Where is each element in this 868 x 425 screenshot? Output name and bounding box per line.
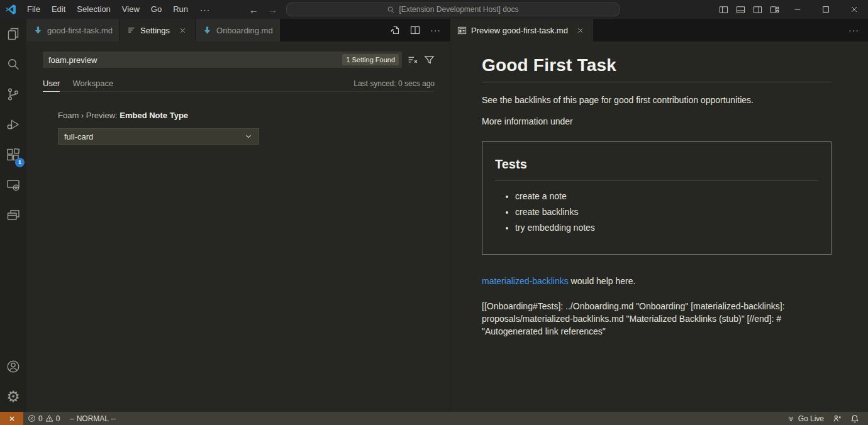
remote-icon <box>8 414 16 423</box>
search-button[interactable] <box>0 49 26 79</box>
navigate-back-icon[interactable]: ← <box>249 0 259 19</box>
search-icon <box>387 6 395 14</box>
status-bar: 0 0 -- NORMAL -- Go Live <box>0 412 868 425</box>
command-center-label: [Extension Development Host] docs <box>399 5 518 14</box>
scope-tab-user[interactable]: User <box>43 79 60 91</box>
settings-search-box[interactable]: 1 Setting Found <box>43 52 402 68</box>
error-icon <box>28 414 36 422</box>
tab-label: Settings <box>140 26 170 35</box>
problems-indicator[interactable]: 0 0 <box>23 412 64 425</box>
command-center[interactable]: [Extension Development Host] docs <box>286 3 620 16</box>
tab-preview-good-first-task[interactable]: Preview good-first-task.md <box>450 19 594 41</box>
open-settings-json-icon[interactable] <box>390 25 400 35</box>
accounts-button[interactable] <box>0 351 26 382</box>
navigate-forward-icon: → <box>268 0 277 19</box>
go-live-button[interactable]: Go Live <box>784 412 826 425</box>
setting-item-embed-note-type: Foam › Preview: Embed Note Type full-car… <box>43 111 435 145</box>
activity-bar: 1 ⚙ <box>0 19 26 412</box>
menu-go[interactable]: Go <box>145 0 167 19</box>
vscode-window: { "colors": { "editor_bg": "#262622", "t… <box>0 0 868 425</box>
embedded-note-card: Tests create a note create backlinks try… <box>482 141 832 255</box>
markdown-file-icon <box>33 26 43 35</box>
menu-view[interactable]: View <box>116 0 145 19</box>
right-tab-bar: Preview good-first-task.md ··· <box>450 19 868 41</box>
menu-edit[interactable]: Edit <box>46 0 71 19</box>
extensions-button[interactable]: 1 <box>0 140 26 170</box>
maximize-button[interactable] <box>811 0 840 19</box>
filter-settings-icon[interactable] <box>424 55 435 65</box>
settings-scope-tabs: User Workspace Last synced: 0 secs ago <box>43 78 435 92</box>
left-tab-bar: good-first-task.md Settings Onboarding.m… <box>26 19 450 41</box>
selected-option: full-card <box>64 132 93 141</box>
remote-explorer-button[interactable] <box>0 170 26 200</box>
editor-group-left: good-first-task.md Settings Onboarding.m… <box>26 19 450 412</box>
window-controls <box>715 0 868 19</box>
settings-search-input[interactable] <box>48 55 342 65</box>
gear-icon: ⚙ <box>6 389 20 404</box>
chevron-down-icon <box>244 132 253 141</box>
menu-run[interactable]: Run <box>167 0 194 19</box>
explorer-button[interactable] <box>0 19 26 49</box>
settings-editor-icon <box>127 26 136 35</box>
broadcast-icon <box>787 414 795 422</box>
editor-group-right: Preview good-first-task.md ··· Good Firs… <box>450 19 868 412</box>
source-control-button[interactable] <box>0 79 26 109</box>
toggle-panel-icon[interactable] <box>732 0 749 19</box>
windows-icon <box>6 207 21 223</box>
editor-layouts-button[interactable] <box>0 200 26 230</box>
status-bar-right: Go Live <box>784 412 868 425</box>
preview-paragraph: More information under <box>482 115 832 128</box>
tab-good-first-task[interactable]: good-first-task.md <box>26 19 120 41</box>
manage-settings-button[interactable]: ⚙ <box>0 382 26 412</box>
settings-found-badge: 1 Setting Found <box>342 54 399 65</box>
setting-title: Foam › Preview: Embed Note Type <box>58 111 435 120</box>
split-editor-icon[interactable] <box>410 25 420 35</box>
scope-tab-workspace[interactable]: Workspace <box>72 79 113 91</box>
embedded-note-title: Tests <box>495 157 818 180</box>
close-tab-icon[interactable] <box>177 25 188 36</box>
vscode-logo-icon <box>0 4 21 15</box>
feedback-icon <box>833 414 842 423</box>
markdown-file-icon <box>203 26 212 35</box>
list-item: try embedding notes <box>515 222 818 233</box>
markdown-preview-pane: Good First Task See the backlinks of thi… <box>450 41 868 412</box>
vim-mode-indicator[interactable]: -- NORMAL -- <box>64 414 121 423</box>
more-actions-button[interactable]: ··· <box>849 25 859 35</box>
setting-name: Embed Note Type <box>120 111 188 120</box>
close-tab-icon[interactable] <box>575 25 586 36</box>
remote-indicator[interactable] <box>0 412 23 425</box>
right-editor-actions: ··· <box>849 19 868 41</box>
source-control-icon <box>6 87 21 102</box>
menu-file[interactable]: File <box>21 0 46 19</box>
markdown-preview-icon <box>457 26 467 35</box>
warning-count: 0 <box>56 414 60 423</box>
materialized-backlinks-link[interactable]: materialized-backlinks <box>482 276 569 286</box>
extensions-badge: 1 <box>15 158 25 167</box>
clear-search-filters-icon[interactable] <box>408 55 418 65</box>
link-references-text: [[Onboarding#Tests]: ../Onboarding.md "O… <box>482 300 832 338</box>
left-editor-actions: ··· <box>390 19 450 41</box>
feedback-button[interactable] <box>830 412 844 425</box>
go-live-label: Go Live <box>798 414 824 423</box>
toggle-primary-sidebar-icon[interactable] <box>715 0 732 19</box>
embed-note-type-select[interactable]: full-card <box>58 128 259 145</box>
menu-selection[interactable]: Selection <box>71 0 116 19</box>
menu-more-button[interactable]: ··· <box>194 5 216 14</box>
link-tail-text: would help here. <box>569 276 636 286</box>
embedded-note-list: create a note create backlinks try embed… <box>495 190 818 233</box>
preview-title: Good First Task <box>482 55 832 82</box>
close-window-button[interactable] <box>840 0 868 19</box>
list-item: create a note <box>515 190 818 202</box>
minimize-button[interactable] <box>783 0 811 19</box>
bell-icon <box>850 414 859 423</box>
customize-layout-icon[interactable] <box>766 0 783 19</box>
remote-explorer-icon <box>6 177 21 192</box>
setting-category: Foam › Preview: <box>58 111 120 120</box>
notifications-button[interactable] <box>848 412 862 425</box>
error-count: 0 <box>38 414 43 423</box>
toggle-secondary-sidebar-icon[interactable] <box>749 0 766 19</box>
tab-settings[interactable]: Settings <box>120 19 196 41</box>
tab-onboarding[interactable]: Onboarding.md <box>196 19 281 41</box>
run-debug-button[interactable] <box>0 109 26 140</box>
more-actions-button[interactable]: ··· <box>430 25 441 35</box>
